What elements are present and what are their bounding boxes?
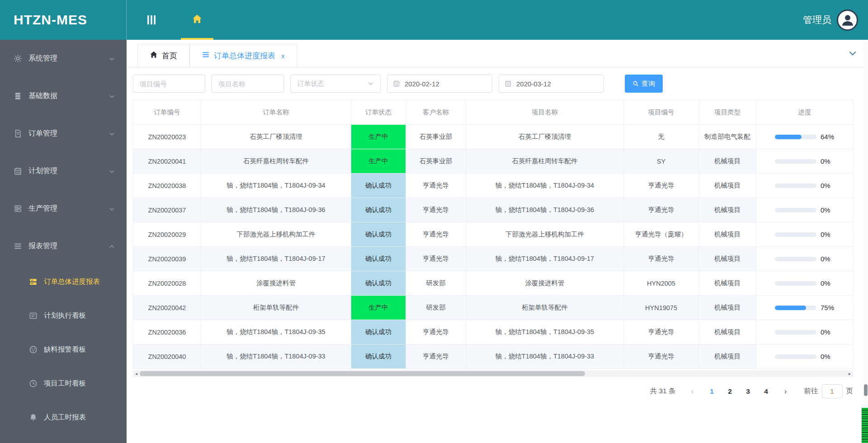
chevron-down-icon [109,93,115,99]
progress-bar: 0% [758,279,851,287]
chevron-down-icon [848,49,857,58]
order-status-select[interactable]: 订单状态 [290,75,381,93]
brand-logo: HTZN-MES [0,0,127,40]
progress-label: 0% [821,206,840,214]
cell-order-no: ZN20020036 [133,320,201,344]
cell-progress: 0% [756,174,854,198]
close-tab-icon[interactable]: x [281,52,285,60]
project-name-input[interactable] [212,75,284,93]
page-button-1[interactable]: 1 [703,387,721,396]
progress-track [775,159,816,164]
cell-order-status: 生产中 [351,149,406,174]
vertical-scrollbar-thumb[interactable] [864,384,868,396]
sidebar-item-production-management[interactable]: 生产管理 [0,190,127,227]
page-button-3[interactable]: 3 [739,387,757,396]
scroll-right-arrow-icon[interactable]: ▸ [846,370,853,377]
progress-track [775,281,816,286]
scroll-left-arrow-icon[interactable]: ◂ [133,370,140,377]
cell-project-type: 机械项目 [699,344,756,369]
shortage-alarm-icon [29,345,38,354]
cell-project-no: 亨通光导 [624,247,699,271]
chevron-up-icon [109,243,115,249]
app-root: HTZN-MES 管理员 系统管理基础数据订单管理计划管理生产管理报表管理订单总… [0,0,868,443]
tab-options-button[interactable] [848,49,857,58]
tab-order-progress-report[interactable]: 订单总体进度报表x [189,44,297,67]
cell-project-name: 轴，烧结T1804轴，T1804J-09-17 [466,247,624,271]
next-page-button[interactable]: › [779,387,793,396]
calendar-icon [505,80,512,87]
horizontal-scrollbar-thumb[interactable] [140,371,585,376]
progress-bar: 0% [758,353,851,360]
plan-board-icon [29,311,38,320]
sidebar-item-system-management[interactable]: 系统管理 [0,40,127,77]
table-row: ZN20020039轴，烧结T1804轴，T1804J-09-17确认成功亨通光… [133,247,854,271]
status-badge: 确认成功 [351,174,406,198]
sidebar-item-project-hours-board[interactable]: 项目工时看板 [0,367,127,401]
menu-fold-icon[interactable] [146,14,157,26]
page-button-2[interactable]: 2 [721,387,739,396]
project-no-input[interactable] [133,75,205,93]
sidebar-item-plan-execution-board[interactable]: 计划执行看板 [0,299,127,333]
search-button[interactable]: 查询 [625,75,663,93]
tab-home[interactable]: 首页 [137,44,189,67]
cell-order-no: ZN20020041 [133,149,201,174]
cell-progress: 64% [756,125,854,149]
cell-order-name: 轴，烧结T1804轴，T1804J-09-34 [201,174,351,198]
cell-customer: 研发部 [406,271,466,296]
sidebar-item-shortage-alarm-board[interactable]: 缺料报警看板 [0,333,127,367]
cell-progress: 0% [756,320,854,344]
cell-project-no: 亨通光导 [624,320,699,344]
table-row: ZN20020036轴，烧结T1804轴，T1804J-09-35确认成功亨通光… [133,320,854,344]
report-icon [14,242,22,250]
sidebar-item-report-management[interactable]: 报表管理 [0,227,127,265]
progress-bar: 0% [758,157,851,165]
status-badge: 生产中 [351,125,406,149]
sidebar-item-personnel-hours-report[interactable]: 人员工时报表 [0,401,127,434]
app-header: HTZN-MES 管理员 [0,0,868,40]
user-menu[interactable]: 管理员 [803,9,858,31]
cell-project-no: HYN19075 [624,296,699,320]
progress-track [775,208,816,212]
cell-order-no: ZN20020042 [133,296,201,320]
tab-bar: 首页订单总体进度报表x [127,40,868,68]
sidebar-item-plan-management[interactable]: 计划管理 [0,152,127,190]
cell-project-no: 亨通光导 [624,344,699,369]
project-hours-icon [29,379,38,388]
search-icon [632,80,639,87]
sidebar-item-basic-data[interactable]: 基础数据 [0,77,127,115]
cell-progress: 75% [756,296,854,320]
end-date-input[interactable]: 2020-03-12 [499,75,604,93]
progress-label: 0% [821,157,840,165]
sidebar-item-label: 项目工时看板 [44,379,86,388]
start-date-input[interactable]: 2020-02-12 [387,75,492,93]
status-badge: 生产中 [351,296,406,320]
progress-label: 0% [821,255,840,263]
page-button-4[interactable]: 4 [757,387,775,396]
sidebar-item-label: 系统管理 [28,54,57,63]
personnel-hours-icon [29,413,38,422]
calendar-icon [393,80,400,87]
goto-page-input[interactable] [822,384,843,398]
column-header: 客户名称 [406,100,466,125]
chevron-down-icon [109,168,115,174]
cell-project-type: 机械项目 [699,174,756,198]
status-badge: 生产中 [351,149,406,173]
sidebar-item-order-progress-report[interactable]: 订单总体进度报表 [0,265,127,299]
sidebar-item-label: 订单管理 [28,129,57,138]
page-unit-label: 页 [846,386,854,396]
filter-bar: 订单状态 2020-02-12 2020-03-12 [133,75,853,93]
cell-order-status: 确认成功 [351,344,406,369]
avatar[interactable] [837,9,858,31]
sidebar-item-order-management[interactable]: 订单管理 [0,115,127,152]
header-home-button[interactable] [181,0,213,40]
status-badge: 确认成功 [351,320,406,344]
progress-track [775,232,816,237]
cell-order-no: ZN20020023 [133,125,201,149]
cell-customer: 石英事业部 [406,149,466,174]
database-icon [14,92,22,100]
report-icon [202,51,210,61]
status-badge: 确认成功 [351,247,406,271]
cell-customer: 亨通光导 [406,320,466,344]
start-date-value: 2020-02-12 [405,80,439,88]
prev-page-button[interactable]: ‹ [686,387,699,396]
